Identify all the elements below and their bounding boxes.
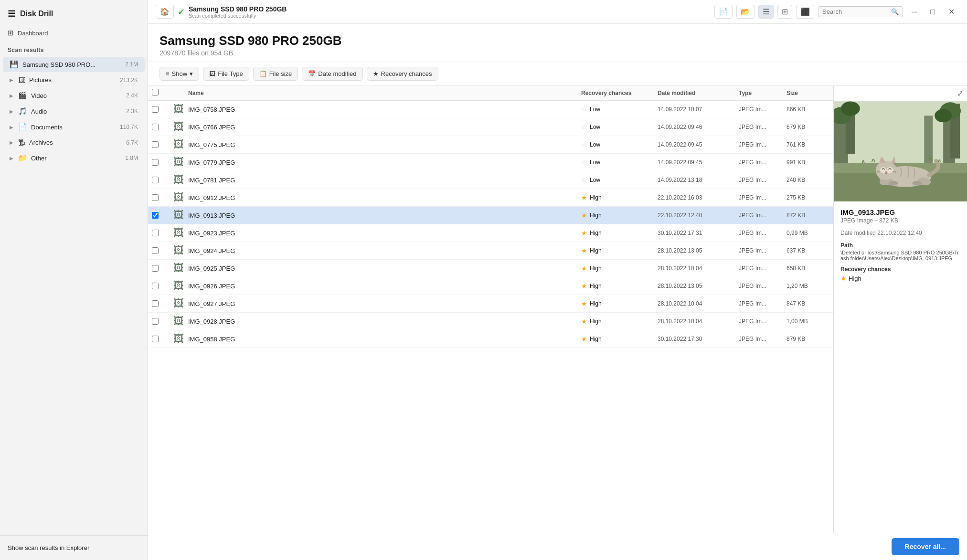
table-row[interactable]: 🖼 IMG_0775.JPEG ☆ Low 14.09.2022 09:45 J… (148, 136, 833, 154)
minimize-button[interactable]: ─ (907, 6, 922, 18)
row-select-checkbox[interactable] (152, 300, 159, 307)
recovery-chances-filter-button[interactable]: ★ Recovery chances (367, 67, 438, 81)
sidebar-item-archives[interactable]: ▶ 🗜 Archives 6.7K (3, 135, 145, 150)
hamburger-icon[interactable]: ☰ (8, 9, 15, 19)
row-date: 28.10.2022 13:05 (658, 247, 739, 254)
sidebar-item-ssd[interactable]: 💾 Samsung SSD 980 PRO... 2.1M (3, 57, 145, 72)
row-file-icon: 🖼 (169, 297, 188, 310)
row-recovery: ☆ Low (581, 141, 658, 148)
row-checkbox (152, 106, 169, 113)
search-box: 🔍 (818, 6, 903, 17)
row-type: JPEG Im... (739, 336, 786, 342)
show-scan-explorer-button[interactable]: Show scan results in Explorer (5, 542, 92, 553)
row-recovery-star-icon: ☆ (581, 141, 587, 148)
row-recovery-label: High (590, 300, 602, 307)
content-subtitle: 2097870 files on 954 GB (159, 49, 956, 57)
grid-view-button[interactable]: ⊞ (777, 5, 792, 19)
row-select-checkbox[interactable] (152, 336, 159, 342)
table-row[interactable]: 🖼 IMG_0781.JPEG ☆ Low 14.09.2022 13:18 J… (148, 171, 833, 189)
row-filename: IMG_0928.JPEG (188, 318, 581, 325)
show-filter-label: Show (172, 70, 188, 77)
sidebar-item-pictures[interactable]: ▶ 🖼 Pictures 213.2K (3, 73, 145, 87)
recover-all-button[interactable]: Recover all... (892, 538, 959, 555)
home-button[interactable]: 🏠 (156, 5, 174, 19)
sidebar-item-video[interactable]: ▶ 🎬 Video 2.4K (3, 88, 145, 103)
row-filename: IMG_0958.JPEG (188, 336, 581, 343)
date-modified-filter-button[interactable]: 📅 Date modified (302, 67, 362, 81)
search-input[interactable] (822, 8, 889, 15)
row-recovery-label: High (590, 318, 602, 325)
dashboard-button[interactable]: ⊞ Dashboard (0, 25, 148, 41)
close-button[interactable]: ✕ (944, 5, 959, 18)
sidebar-toggle-button[interactable]: ⬛ (796, 5, 814, 19)
svg-point-24 (885, 171, 888, 173)
preview-expand-button[interactable]: ⤢ (957, 89, 963, 98)
row-select-checkbox[interactable] (152, 159, 159, 166)
table-row[interactable]: 🖼 IMG_0926.JPEG ★ High 28.10.2022 13:05 … (148, 277, 833, 295)
table-row[interactable]: 🖼 IMG_0766.JPEG ☆ Low 14.09.2022 09:46 J… (148, 118, 833, 136)
row-select-checkbox[interactable] (152, 265, 159, 272)
row-file-icon: 🖼 (169, 156, 188, 169)
row-select-checkbox[interactable] (152, 194, 159, 201)
sidebar-item-other[interactable]: ▶ 📁 Other 1.8M (3, 150, 145, 166)
row-type: JPEG Im... (739, 247, 786, 254)
row-select-checkbox[interactable] (152, 283, 159, 289)
sidebar: ☰ Disk Drill ⊞ Dashboard Scan results 💾 … (0, 0, 148, 560)
table-row[interactable]: 🖼 IMG_0923.JPEG ★ High 30.10.2022 17:31 … (148, 224, 833, 242)
table-row[interactable]: 🖼 IMG_0958.JPEG ★ High 30.10.2022 17:30 … (148, 330, 833, 348)
table-row[interactable]: 🖼 IMG_0912.JPEG ★ High 22.10.2022 16:03 … (148, 189, 833, 207)
row-recovery-star-icon: ★ (581, 211, 587, 219)
row-select-checkbox[interactable] (152, 141, 159, 148)
select-all-checkbox[interactable] (152, 89, 159, 95)
sidebar-item-icon: 💾 (10, 60, 19, 69)
row-select-checkbox[interactable] (152, 106, 159, 113)
table-row[interactable]: 🖼 IMG_0758.JPEG ☆ Low 14.09.2022 10:07 J… (148, 101, 833, 118)
list-view-button[interactable]: ☰ (758, 5, 774, 19)
show-filter-button[interactable]: ≡ Show ▾ (159, 67, 199, 81)
app-header: ☰ Disk Drill (0, 0, 148, 25)
maximize-button[interactable]: □ (925, 6, 940, 18)
row-checkbox (152, 141, 169, 148)
table-row[interactable]: 🖼 IMG_0927.JPEG ★ High 28.10.2022 10:04 … (148, 295, 833, 313)
sidebar-item-label: Other (31, 155, 121, 162)
row-recovery-star-icon: ☆ (581, 176, 587, 184)
row-size: 879 KB (786, 124, 829, 130)
sidebar-item-icon: 📁 (18, 154, 27, 162)
preview-info: IMG_0913.JPEG JPEG Image – 872 KB Date m… (834, 201, 967, 533)
sidebar-items-list: 💾 Samsung SSD 980 PRO... 2.1M ▶ 🖼 Pictur… (0, 56, 148, 166)
row-date: 14.09.2022 09:45 (658, 159, 739, 166)
row-type: JPEG Im... (739, 141, 786, 148)
row-select-checkbox[interactable] (152, 212, 159, 219)
row-select-checkbox[interactable] (152, 318, 159, 325)
row-select-checkbox[interactable] (152, 230, 159, 236)
table-row[interactable]: 🖼 IMG_0779.JPEG ☆ Low 14.09.2022 09:45 J… (148, 154, 833, 171)
sidebar-item-documents[interactable]: ▶ 📄 Documents 110.7K (3, 119, 145, 135)
row-select-checkbox[interactable] (152, 177, 159, 183)
table-rows-container: 🖼 IMG_0758.JPEG ☆ Low 14.09.2022 10:07 J… (148, 101, 833, 348)
table-row[interactable]: 🖼 IMG_0928.JPEG ★ High 28.10.2022 10:04 … (148, 313, 833, 330)
table-row[interactable]: 🖼 IMG_0925.JPEG ★ High 28.10.2022 10:04 … (148, 260, 833, 277)
sidebar-item-count: 2.4K (126, 92, 138, 99)
row-checkbox (152, 159, 169, 166)
folder-icon-button[interactable]: 📂 (736, 5, 754, 19)
file-icon-button[interactable]: 📄 (714, 5, 733, 19)
jpeg-file-icon: 🖼 (173, 297, 184, 310)
row-recovery: ★ High (581, 335, 658, 343)
search-icon: 🔍 (891, 8, 899, 15)
sidebar-item-audio[interactable]: ▶ 🎵 Audio 2.3K (3, 104, 145, 119)
row-recovery-star-icon: ★ (581, 317, 587, 325)
row-select-checkbox[interactable] (152, 247, 159, 254)
row-checkbox (152, 300, 169, 307)
row-recovery-label: High (590, 247, 602, 254)
sidebar-item-label: Archives (29, 139, 122, 146)
row-select-checkbox[interactable] (152, 124, 159, 130)
table-row[interactable]: 🖼 IMG_0913.JPEG ★ High 22.10.2022 12:40 … (148, 207, 833, 224)
file-size-filter-button[interactable]: 📋 File size (253, 67, 298, 81)
jpeg-file-icon: 🖼 (173, 227, 184, 239)
file-type-filter-button[interactable]: 🖼 File Type (203, 67, 249, 81)
header-size-col: Size (786, 90, 829, 96)
row-checkbox (152, 124, 169, 130)
row-recovery-star-icon: ★ (581, 300, 587, 307)
table-row[interactable]: 🖼 IMG_0924.JPEG ★ High 28.10.2022 13:05 … (148, 242, 833, 260)
jpeg-file-icon: 🖼 (173, 103, 184, 116)
